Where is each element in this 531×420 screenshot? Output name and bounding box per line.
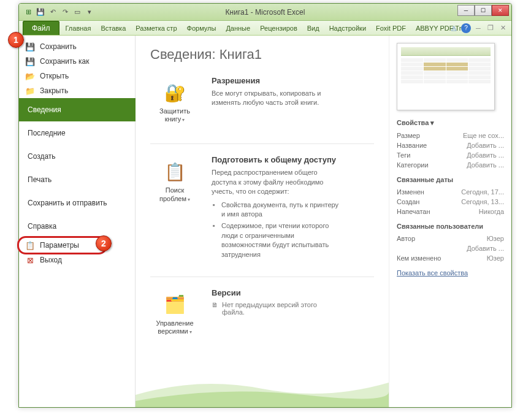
nav-recent[interactable]: Последние — [19, 121, 135, 145]
tab-formulas[interactable]: Формулы — [182, 22, 221, 34]
quick-access-toolbar: ⊞ 💾 ↶ ↷ ▭ ▾ — [19, 7, 95, 18]
qat-undo-icon[interactable]: ↶ — [47, 7, 58, 18]
nav-new[interactable]: Создать — [19, 145, 135, 168]
prop-modified-value: Сегодня, 17... — [461, 188, 504, 196]
prop-categories-value[interactable]: Добавить ... — [467, 161, 504, 169]
lock-icon: 🔐 — [160, 80, 189, 105]
backstage-nav: 💾 Сохранить 💾 Сохранить как 📂 Открыть 📁 … — [19, 36, 136, 407]
mdi-close-icon[interactable]: ✕ — [498, 23, 508, 33]
titlebar: ⊞ 💾 ↶ ↷ ▭ ▾ Книга1 - Microsoft Excel ─ ☐… — [19, 4, 511, 21]
backstage-content: Сведения: Книга1 🔐 Защитить книгу▾ Разре… — [136, 36, 389, 407]
users-heading: Связанные пользователи — [397, 223, 504, 230]
mdi-minimize-icon[interactable]: ─ — [473, 23, 483, 33]
versions-icon: 🗂️ — [160, 292, 189, 317]
qat-save-icon[interactable]: 💾 — [35, 7, 46, 18]
nav-exit-label: Выход — [40, 256, 62, 264]
ribbon-tabs: Файл Главная Вставка Разметка стр Формул… — [19, 21, 511, 36]
prepare-item-1: Свойства документа, путь к принтеру и им… — [212, 199, 340, 221]
help-icon[interactable]: ? — [461, 23, 471, 33]
nav-new-label: Создать — [28, 152, 56, 161]
options-icon: 📋 — [25, 240, 35, 250]
prop-tags-value[interactable]: Добавить ... — [467, 151, 504, 159]
protect-workbook-button[interactable]: 🔐 Защитить книгу▾ — [150, 76, 199, 128]
versions-text: Нет предыдущих версий этого файла. — [222, 301, 340, 316]
properties-heading[interactable]: Свойства ▾ — [397, 119, 504, 127]
versions-btn-label: Управление версиями — [156, 319, 193, 335]
prop-name-value[interactable]: Добавить ... — [467, 142, 504, 149]
content-title: Сведения: Книга1 — [150, 47, 374, 63]
nav-save[interactable]: 💾 Сохранить — [19, 39, 135, 54]
nav-print-label: Печать — [28, 175, 52, 184]
qat-open-icon[interactable]: ▾ — [84, 7, 95, 18]
nav-exit[interactable]: ⊠ Выход — [19, 253, 135, 267]
permissions-text: Все могут открывать, копировать и изменя… — [212, 89, 340, 108]
prop-author-value: Юзер — [487, 235, 504, 242]
nav-save-send-label: Сохранить и отправить — [28, 199, 107, 207]
tab-data[interactable]: Данные — [221, 22, 255, 34]
prop-size-value: Еще не сох... — [463, 132, 504, 139]
mdi-restore-icon[interactable]: ❐ — [486, 23, 495, 33]
save-icon: 💾 — [25, 42, 35, 52]
nav-save-send[interactable]: Сохранить и отправить — [19, 191, 135, 215]
prop-changedby-value: Юзер — [487, 254, 504, 262]
prepare-section: 📋 Поиск проблем▾ Подготовить к общему до… — [150, 155, 374, 261]
prop-created-label: Создан — [397, 198, 419, 205]
permissions-heading: Разрешения — [212, 76, 340, 85]
prop-size-label: Размер — [397, 132, 420, 139]
check-btn-label: Поиск проблем — [159, 186, 186, 202]
nav-info[interactable]: Сведения — [19, 98, 136, 121]
tab-page-layout[interactable]: Разметка стр — [131, 22, 181, 34]
manage-versions-button[interactable]: 🗂️ Управление версиями▾ — [150, 288, 199, 340]
prop-created-value: Сегодня, 13... — [461, 198, 504, 205]
dates-heading: Связанные даты — [397, 176, 504, 183]
nav-open[interactable]: 📂 Открыть — [19, 69, 135, 83]
prop-tags-label: Теги — [397, 151, 410, 159]
tab-addins[interactable]: Надстройки — [324, 22, 371, 34]
prop-printed-value: Никогда — [479, 208, 504, 215]
tab-insert[interactable]: Вставка — [96, 22, 131, 34]
maximize-button[interactable]: ☐ — [475, 5, 492, 16]
version-file-icon: 🗎 — [212, 301, 218, 308]
nav-save-as-label: Сохранить как — [40, 57, 89, 66]
nav-options[interactable]: 📋 Параметры 2 — [19, 238, 135, 253]
tab-review[interactable]: Рецензиров — [255, 22, 302, 34]
nav-open-label: Открыть — [40, 72, 69, 80]
excel-icon: ⊞ — [23, 7, 34, 18]
exit-icon: ⊠ — [25, 255, 35, 265]
app-window: ⊞ 💾 ↶ ↷ ▭ ▾ Книга1 - Microsoft Excel ─ ☐… — [18, 3, 512, 408]
annotation-badge-1: 1 — [8, 32, 24, 48]
nav-save-as[interactable]: 💾 Сохранить как — [19, 54, 135, 69]
save-as-icon: 💾 — [25, 56, 35, 66]
decorative-wave — [136, 370, 389, 407]
nav-print[interactable]: Печать — [19, 168, 135, 191]
nav-recent-label: Последние — [28, 129, 66, 137]
tab-file[interactable]: Файл — [23, 21, 59, 36]
permissions-section: 🔐 Защитить книгу▾ Разрешения Все могут о… — [150, 76, 374, 128]
prop-add-author[interactable]: Добавить ... — [467, 245, 504, 252]
tab-home[interactable]: Главная — [61, 22, 96, 34]
ribbon-minimize-icon[interactable]: ◬ — [449, 23, 459, 33]
nav-help-label: Справка — [28, 222, 56, 231]
check-issues-button[interactable]: 📋 Поиск проблем▾ — [150, 155, 199, 207]
prop-author-label: Автор — [397, 235, 415, 242]
protect-btn-label: Защитить книгу — [159, 107, 190, 123]
tab-view[interactable]: Вид — [302, 22, 324, 34]
prop-printed-label: Напечатан — [397, 208, 430, 215]
minimize-button[interactable]: ─ — [457, 5, 475, 16]
close-folder-icon: 📁 — [25, 86, 35, 96]
nav-info-label: Сведения — [28, 105, 61, 114]
tab-foxit[interactable]: Foxit PDF — [371, 22, 411, 34]
prop-modified-label: Изменен — [397, 188, 424, 196]
nav-help[interactable]: Справка — [19, 215, 135, 238]
qat-redo-icon[interactable]: ↷ — [59, 7, 71, 18]
window-controls: ─ ☐ ✕ — [457, 5, 509, 16]
nav-close-label: Закрыть — [40, 86, 68, 95]
nav-close[interactable]: 📁 Закрыть — [19, 83, 135, 98]
prepare-text: Перед распространением общего доступа к … — [212, 168, 340, 196]
prepare-heading: Подготовить к общему доступу — [212, 155, 340, 164]
close-button[interactable]: ✕ — [492, 5, 509, 16]
qat-new-icon[interactable]: ▭ — [72, 7, 83, 18]
annotation-badge-2: 2 — [96, 235, 112, 251]
show-all-properties-link[interactable]: Показать все свойства — [397, 269, 468, 277]
open-icon: 📂 — [25, 71, 35, 81]
